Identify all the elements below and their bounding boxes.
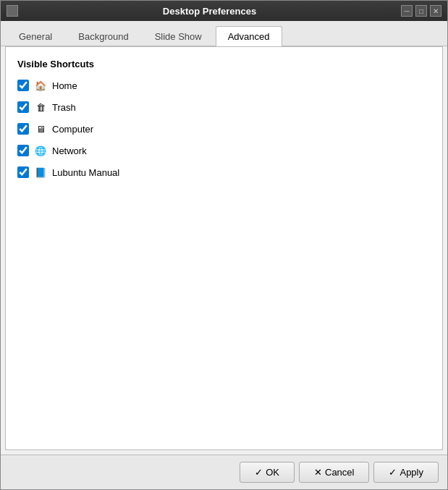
shortcut-trash-label: Trash: [52, 102, 76, 113]
tab-background[interactable]: Background: [66, 26, 140, 46]
window-icon: [7, 5, 18, 17]
ok-button[interactable]: ✓ OK: [240, 462, 295, 483]
shortcut-computer-label: Computer: [52, 124, 93, 135]
titlebar: Desktop Preferences ─ □ ✕: [1, 1, 447, 21]
trash-icon: [35, 101, 46, 113]
tab-advanced[interactable]: Advanced: [216, 26, 282, 46]
window: Desktop Preferences ─ □ ✕ General Backgr…: [0, 0, 448, 490]
apply-icon: ✓: [389, 467, 397, 478]
shortcut-manual-label: Lubuntu Manual: [52, 167, 119, 178]
cancel-label: Cancel: [325, 467, 354, 478]
tab-slideshow[interactable]: Slide Show: [143, 26, 214, 46]
checkbox-home[interactable]: [17, 80, 29, 91]
cancel-icon: ✕: [314, 467, 322, 478]
bottom-bar: ✓ OK ✕ Cancel ✓ Apply: [1, 455, 447, 489]
tab-general[interactable]: General: [7, 26, 64, 46]
shortcut-network-label: Network: [52, 145, 87, 156]
shortcut-network: Network: [17, 143, 431, 158]
shortcut-home: Home: [17, 78, 431, 93]
shortcut-computer: Computer: [17, 122, 431, 136]
close-button[interactable]: ✕: [430, 5, 441, 17]
checkbox-computer[interactable]: [17, 123, 29, 135]
shortcut-manual: Lubuntu Manual: [17, 165, 431, 179]
apply-label: Apply: [400, 467, 423, 478]
manual-icon: [35, 166, 46, 178]
ok-label: OK: [266, 467, 279, 478]
tabs-bar: General Background Slide Show Advanced: [1, 21, 447, 46]
ok-icon: ✓: [255, 467, 263, 478]
checkbox-network[interactable]: [17, 145, 29, 156]
shortcut-home-label: Home: [52, 80, 77, 91]
titlebar-controls: ─ □ ✕: [401, 5, 441, 17]
apply-button[interactable]: ✓ Apply: [373, 462, 439, 483]
section-title: Visible Shortcuts: [17, 59, 431, 69]
checkbox-trash[interactable]: [17, 101, 29, 113]
content-area: Visible Shortcuts Home Trash Computer Ne…: [5, 46, 443, 450]
window-title: Desktop Preferences: [18, 6, 401, 17]
checkbox-manual[interactable]: [17, 166, 29, 178]
computer-icon: [35, 123, 46, 135]
home-icon: [35, 80, 46, 91]
maximize-button[interactable]: □: [415, 5, 427, 17]
network-icon: [35, 145, 46, 156]
minimize-button[interactable]: ─: [401, 5, 413, 17]
shortcut-trash: Trash: [17, 100, 431, 114]
cancel-button[interactable]: ✕ Cancel: [299, 462, 369, 483]
